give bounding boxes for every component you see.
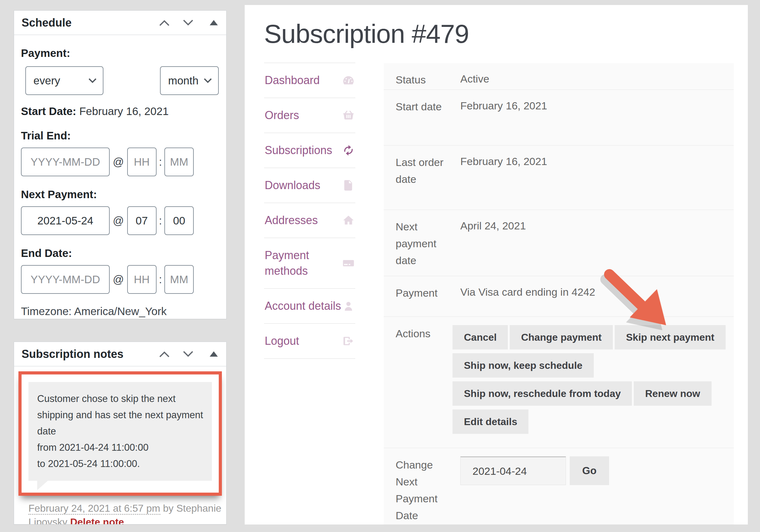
subscription-details-table: Status Active Start date February 16, 20… bbox=[384, 63, 734, 524]
ship-now-reschedule-button[interactable]: Ship now, reschedule from today bbox=[452, 381, 632, 406]
billing-period-value: month bbox=[168, 74, 198, 87]
schedule-metabox-header: Schedule bbox=[14, 11, 226, 35]
sidebar-item-payment-methods[interactable]: Payment methods bbox=[264, 238, 355, 288]
logout-link[interactable]: Logout bbox=[265, 333, 299, 349]
orders-link[interactable]: Orders bbox=[265, 108, 299, 123]
colon-separator: : bbox=[157, 156, 165, 168]
notes-title: Subscription notes bbox=[22, 348, 123, 361]
start-date-value: February 16, 2021 bbox=[79, 105, 169, 117]
row-label: Start date bbox=[396, 98, 444, 145]
start-date-label: Start Date: bbox=[21, 105, 76, 117]
account-details-link[interactable]: Account details bbox=[265, 298, 341, 314]
subscription-note-text: Customer chose to skip the next shipping… bbox=[28, 382, 212, 481]
sidebar-item-orders[interactable]: Orders bbox=[264, 98, 355, 132]
payment-method-value: Via Visa card ending in 4242 bbox=[460, 284, 734, 316]
move-up-icon[interactable] bbox=[158, 348, 170, 361]
next-payment-minute-input[interactable] bbox=[165, 206, 194, 235]
gauge-icon bbox=[342, 74, 355, 87]
renew-now-button[interactable]: Renew now bbox=[634, 381, 711, 406]
page-background: { "colors": { "accent_purple": "#96588a"… bbox=[0, 0, 760, 532]
table-row-status: Status Active bbox=[384, 63, 734, 89]
move-down-icon[interactable] bbox=[182, 17, 194, 29]
note-timestamp: February 24, 2021 at 6:57 pm bbox=[28, 503, 160, 515]
end-date-label: End Date: bbox=[21, 247, 219, 260]
start-date-line: Start Date: February 16, 2021 bbox=[21, 105, 219, 118]
sidebar-item-logout[interactable]: Logout bbox=[264, 323, 355, 359]
collapse-toggle-icon[interactable] bbox=[206, 348, 218, 361]
trial-end-hour-input[interactable] bbox=[127, 148, 157, 176]
note-line: from 2021-04-24 11:00:00 bbox=[37, 440, 203, 456]
row-label: Last order date bbox=[396, 154, 444, 210]
timezone-label: Timezone: America/New_York bbox=[21, 305, 219, 317]
collapse-toggle-icon[interactable] bbox=[206, 17, 218, 29]
go-button[interactable]: Go bbox=[570, 457, 609, 485]
payment-label: Payment: bbox=[21, 47, 219, 59]
billing-period-select[interactable]: month bbox=[160, 66, 219, 95]
next-payment-date-value: April 24, 2021 bbox=[460, 218, 734, 276]
subscriptions-link[interactable]: Subscriptions bbox=[265, 143, 332, 158]
row-label: Change Next Payment Date bbox=[396, 457, 444, 524]
edit-details-button[interactable]: Edit details bbox=[452, 410, 528, 434]
trial-end-date-input[interactable] bbox=[21, 148, 110, 176]
note-meta: February 24, 2021 at 6:57 pm by Stephani… bbox=[28, 501, 226, 524]
row-label: Payment bbox=[396, 284, 444, 316]
logout-icon bbox=[342, 335, 355, 347]
dashboard-link[interactable]: Dashboard bbox=[265, 73, 320, 88]
table-row-actions: Actions Cancel Change payment Skip next … bbox=[384, 316, 734, 448]
delete-note-link[interactable]: Delete note bbox=[70, 516, 124, 524]
at-separator: @ bbox=[110, 156, 127, 168]
credit-card-icon bbox=[342, 257, 355, 269]
account-navigation: Dashboard Orders Subscriptions Downloads… bbox=[264, 63, 355, 359]
status-value: Active bbox=[460, 71, 734, 89]
addresses-link[interactable]: Addresses bbox=[265, 213, 318, 228]
skip-next-payment-button[interactable]: Skip next payment bbox=[615, 325, 726, 350]
move-up-icon[interactable] bbox=[158, 17, 170, 29]
colon-separator: : bbox=[157, 215, 165, 227]
colon-separator: : bbox=[157, 273, 165, 286]
sidebar-item-subscriptions[interactable]: Subscriptions bbox=[264, 132, 355, 168]
note-bubble-tail bbox=[37, 481, 48, 490]
table-row-last-order-date: Last order date February 16, 2021 bbox=[384, 145, 734, 210]
subscription-notes-metabox: Subscription notes Customer chose to ski… bbox=[14, 342, 226, 524]
page-title: Subscription #479 bbox=[264, 19, 748, 49]
refresh-icon bbox=[342, 144, 355, 157]
basket-icon bbox=[342, 109, 355, 121]
move-down-icon[interactable] bbox=[182, 348, 194, 361]
next-payment-date-input[interactable] bbox=[21, 206, 110, 235]
table-row-change-next-payment-date: Change Next Payment Date Go bbox=[384, 448, 734, 524]
payment-methods-link[interactable]: Payment methods bbox=[265, 248, 342, 279]
sidebar-item-downloads[interactable]: Downloads bbox=[264, 168, 355, 203]
notes-metabox-header: Subscription notes bbox=[14, 342, 226, 366]
end-date-input[interactable] bbox=[21, 265, 110, 294]
subscription-detail-panel: Subscription #479 Dashboard Orders Subsc… bbox=[245, 5, 748, 524]
billing-interval-value: every bbox=[33, 74, 60, 87]
schedule-metabox: Schedule Payment: every month Start Date… bbox=[14, 10, 226, 319]
person-icon bbox=[342, 300, 355, 312]
last-order-date-value: February 16, 2021 bbox=[460, 154, 734, 210]
ship-now-keep-schedule-button[interactable]: Ship now, keep schedule bbox=[452, 353, 594, 378]
change-payment-button[interactable]: Change payment bbox=[510, 325, 613, 350]
table-row-payment: Payment Via Visa card ending in 4242 bbox=[384, 276, 734, 316]
sidebar-item-addresses[interactable]: Addresses bbox=[264, 203, 355, 238]
trial-end-minute-input[interactable] bbox=[165, 148, 194, 176]
change-next-payment-date-input[interactable] bbox=[460, 457, 566, 485]
billing-interval-select[interactable]: every bbox=[25, 66, 103, 95]
home-icon bbox=[342, 214, 355, 227]
cancel-button[interactable]: Cancel bbox=[452, 325, 508, 350]
sidebar-item-account-details[interactable]: Account details bbox=[264, 288, 355, 323]
next-payment-label: Next Payment: bbox=[21, 188, 219, 201]
table-row-start-date: Start date February 16, 2021 bbox=[384, 89, 734, 145]
next-payment-hour-input[interactable] bbox=[127, 206, 157, 235]
table-row-next-payment-date: Next payment date April 24, 2021 bbox=[384, 210, 734, 276]
note-line: to 2021-05-24 11:00:00. bbox=[37, 456, 203, 472]
sidebar-item-dashboard[interactable]: Dashboard bbox=[264, 63, 355, 98]
end-minute-input[interactable] bbox=[165, 265, 194, 294]
at-separator: @ bbox=[110, 215, 127, 227]
at-separator: @ bbox=[110, 273, 127, 286]
downloads-link[interactable]: Downloads bbox=[265, 177, 320, 193]
row-label: Actions bbox=[396, 325, 436, 448]
trial-end-label: Trial End: bbox=[21, 129, 219, 142]
schedule-title: Schedule bbox=[22, 16, 71, 29]
note-highlight-frame: Customer chose to skip the next shipping… bbox=[19, 371, 222, 496]
end-hour-input[interactable] bbox=[127, 265, 157, 294]
